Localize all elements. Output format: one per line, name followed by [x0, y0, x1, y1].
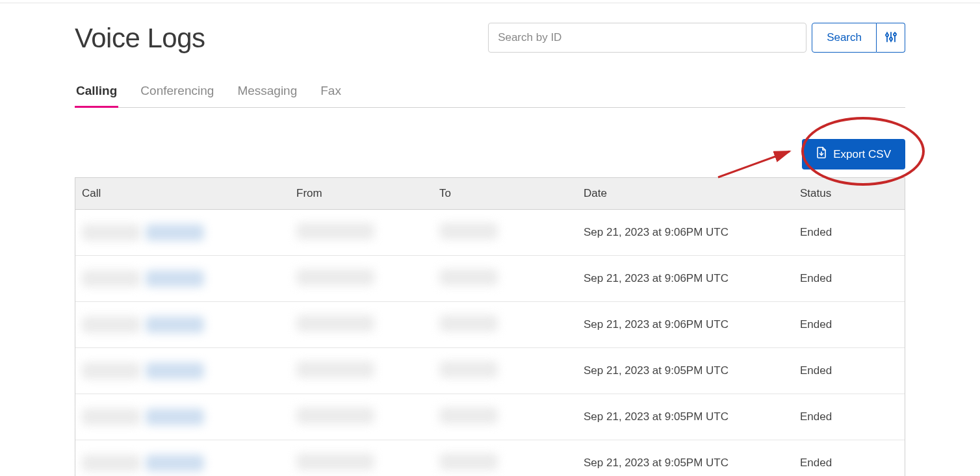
redacted-value: [296, 453, 374, 470]
cell-from: [290, 352, 433, 390]
search-group: Search: [488, 23, 905, 53]
cell-date: Sep 21, 2023 at 9:06PM UTC: [577, 309, 793, 340]
tab-messaging[interactable]: Messaging: [236, 84, 298, 108]
tabs: CallingConferencingMessagingFax: [75, 83, 905, 108]
svg-point-1: [886, 34, 888, 36]
redacted-value: [296, 315, 374, 332]
cell-from: [290, 444, 433, 477]
cell-to: [433, 444, 577, 477]
svg-point-5: [894, 33, 896, 36]
col-header-status[interactable]: Status: [793, 178, 905, 209]
cell-status: Ended: [793, 217, 905, 248]
actions-row: Export CSV: [75, 139, 905, 169]
cell-status: Ended: [793, 263, 905, 294]
svg-point-3: [890, 38, 892, 40]
table-row[interactable]: Sep 21, 2023 at 9:05PM UTCEnded: [75, 348, 905, 394]
cell-date: Sep 21, 2023 at 9:05PM UTC: [577, 447, 793, 476]
col-header-from[interactable]: From: [290, 178, 433, 209]
cell-call: [75, 399, 290, 434]
col-header-date[interactable]: Date: [577, 178, 793, 209]
table-row[interactable]: Sep 21, 2023 at 9:05PM UTCEnded: [75, 394, 905, 440]
page-title: Voice Logs: [75, 23, 205, 54]
col-header-to[interactable]: To: [433, 178, 577, 209]
cell-call: [75, 261, 290, 296]
redacted-value: [439, 223, 498, 240]
cell-call: [75, 353, 290, 388]
cell-date: Sep 21, 2023 at 9:05PM UTC: [577, 355, 793, 386]
cell-status: Ended: [793, 401, 905, 432]
cell-to: [433, 352, 577, 390]
redacted-value: [146, 316, 204, 333]
voice-logs-table: Call From To Date Status Sep 21, 2023 at…: [75, 177, 905, 476]
table-row[interactable]: Sep 21, 2023 at 9:05PM UTCEnded: [75, 440, 905, 476]
tab-conferencing[interactable]: Conferencing: [139, 84, 215, 108]
cell-call: [75, 215, 290, 250]
redacted-value: [439, 315, 498, 332]
cell-status: Ended: [793, 309, 905, 340]
redacted-value: [439, 453, 498, 470]
redacted-value: [82, 316, 140, 333]
redacted-value: [296, 361, 374, 378]
cell-to: [433, 306, 577, 344]
redacted-value: [296, 269, 374, 286]
redacted-value: [146, 362, 204, 379]
cell-status: Ended: [793, 355, 905, 386]
table-row[interactable]: Sep 21, 2023 at 9:06PM UTCEnded: [75, 256, 905, 302]
annotation-arrow: [717, 142, 795, 181]
export-csv-label: Export CSV: [833, 148, 891, 161]
redacted-value: [82, 455, 140, 471]
table-row[interactable]: Sep 21, 2023 at 9:06PM UTCEnded: [75, 302, 905, 348]
redacted-value: [82, 362, 140, 379]
redacted-value: [439, 361, 498, 378]
cell-to: [433, 260, 577, 298]
sliders-icon: [885, 31, 897, 45]
cell-from: [290, 214, 433, 252]
cell-date: Sep 21, 2023 at 9:05PM UTC: [577, 401, 793, 432]
search-button[interactable]: Search: [812, 23, 877, 53]
cell-call: [75, 445, 290, 476]
cell-from: [290, 398, 433, 436]
redacted-value: [82, 270, 140, 287]
redacted-value: [146, 224, 204, 241]
col-header-call[interactable]: Call: [75, 178, 290, 209]
redacted-value: [439, 407, 498, 424]
redacted-value: [146, 408, 204, 425]
svg-line-6: [718, 151, 790, 177]
cell-from: [290, 306, 433, 344]
filter-button[interactable]: [877, 23, 905, 53]
redacted-value: [296, 223, 374, 240]
cell-call: [75, 307, 290, 342]
tab-calling[interactable]: Calling: [75, 84, 118, 108]
tab-fax[interactable]: Fax: [319, 84, 342, 108]
cell-to: [433, 214, 577, 252]
redacted-value: [296, 407, 374, 424]
table-header: Call From To Date Status: [75, 178, 905, 210]
cell-status: Ended: [793, 447, 905, 476]
redacted-value: [146, 270, 204, 287]
file-export-icon: [816, 147, 827, 162]
export-csv-button[interactable]: Export CSV: [802, 139, 905, 169]
redacted-value: [439, 269, 498, 286]
cell-from: [290, 260, 433, 298]
table-row[interactable]: Sep 21, 2023 at 9:06PM UTCEnded: [75, 210, 905, 256]
redacted-value: [82, 224, 140, 241]
redacted-value: [82, 408, 140, 425]
search-input[interactable]: [488, 23, 806, 53]
cell-to: [433, 398, 577, 436]
cell-date: Sep 21, 2023 at 9:06PM UTC: [577, 263, 793, 294]
cell-date: Sep 21, 2023 at 9:06PM UTC: [577, 217, 793, 248]
redacted-value: [146, 455, 204, 471]
